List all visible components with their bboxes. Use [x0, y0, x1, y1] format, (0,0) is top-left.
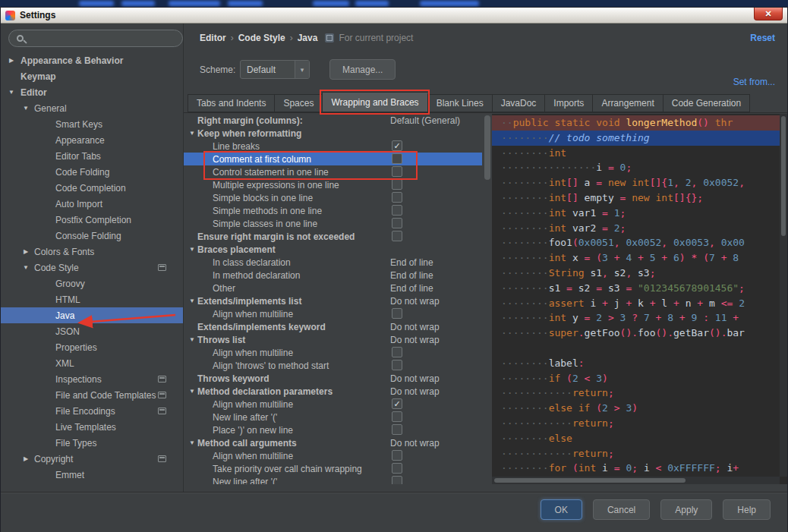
setting-in-method-declaration[interactable]: In method declarationEnd of line [184, 269, 482, 282]
chevron-down-icon[interactable]: ▼ [189, 388, 195, 395]
scrollbar-thumb[interactable] [484, 115, 490, 180]
tab-arrangement[interactable]: Arrangement [592, 94, 662, 112]
apply-button[interactable]: Apply [660, 499, 712, 520]
chevron-down-icon[interactable]: ▼ [189, 130, 195, 137]
sidebar-item-copyright[interactable]: ▶Copyright [1, 451, 183, 467]
checkbox[interactable] [392, 166, 402, 177]
setting-line-breaks[interactable]: Line breaks✓ [184, 140, 482, 153]
chevron-down-icon[interactable]: ▼ [189, 439, 195, 446]
editor-vscrollbar[interactable] [780, 114, 787, 477]
setting-method-declaration-parameters[interactable]: ▼Method declaration parametersDo not wra… [184, 385, 482, 398]
sidebar-item-json[interactable]: JSON [1, 323, 183, 339]
close-button[interactable]: ✕ [754, 8, 783, 20]
setting-value[interactable]: End of line [390, 257, 433, 268]
sidebar-item-emmet[interactable]: Emmet [1, 467, 183, 483]
scrollbar-thumb[interactable] [781, 116, 786, 236]
cancel-button[interactable]: Cancel [593, 499, 650, 520]
checkbox[interactable] [392, 450, 402, 461]
set-from-link[interactable]: Set from... [733, 77, 775, 87]
ok-button[interactable]: OK [541, 499, 582, 520]
tab-tabs-and-indents[interactable]: Tabs and Indents [188, 94, 274, 112]
editor-hscrollbar[interactable] [492, 477, 780, 484]
sidebar-item-file-and-code-templates[interactable]: File and Code Templates [1, 387, 183, 403]
settings-scrollbar[interactable] [483, 114, 492, 484]
setting-value[interactable]: Do not wrap [390, 373, 440, 384]
checkbox[interactable]: ✓ [392, 398, 402, 409]
sidebar-item-editor[interactable]: ▼Editor [1, 84, 183, 100]
checkbox[interactable] [392, 360, 402, 370]
sidebar-item-editor-tabs[interactable]: Editor Tabs [1, 148, 183, 164]
setting-value[interactable]: Do not wrap [390, 335, 440, 345]
sidebar-item-live-templates[interactable]: Live Templates [1, 419, 183, 435]
tab-code-generation[interactable]: Code Generation [663, 94, 750, 112]
checkbox[interactable] [392, 424, 402, 435]
tab-javadoc[interactable]: JavaDoc [492, 94, 545, 112]
setting-in-class-declaration[interactable]: In class declarationEnd of line [184, 256, 482, 269]
manage-button[interactable]: Manage... [329, 59, 396, 80]
setting-braces-placement[interactable]: ▼Braces placement [184, 243, 482, 256]
setting-value[interactable]: End of line [390, 270, 433, 281]
chevron-right-icon[interactable]: ▶ [21, 455, 30, 462]
setting-multiple-expressions-in-one-line[interactable]: Multiple expressions in one line [184, 178, 482, 191]
scheme-select[interactable]: Default ▾ [240, 60, 310, 79]
sidebar-item-general[interactable]: ▼General [1, 100, 183, 116]
sidebar-item-java[interactable]: Java [1, 307, 183, 323]
sidebar-item-postfix-completion[interactable]: Postfix Completion [1, 212, 183, 228]
chevron-down-icon[interactable]: ▼ [189, 336, 195, 343]
checkbox[interactable] [392, 476, 402, 484]
sidebar-item-auto-import[interactable]: Auto Import [1, 196, 183, 212]
checkbox[interactable] [392, 179, 402, 190]
setting-extends-implements-keyword[interactable]: Extends/implements keywordDo not wrap [184, 320, 482, 333]
checkbox[interactable] [392, 205, 402, 216]
setting-simple-blocks-in-one-line[interactable]: Simple blocks in one line [184, 191, 482, 204]
chevron-down-icon[interactable]: ▼ [21, 264, 30, 271]
sidebar-item-code-folding[interactable]: Code Folding [1, 164, 183, 180]
checkbox[interactable] [392, 231, 402, 241]
tab-imports[interactable]: Imports [544, 94, 592, 112]
setting-align-when-multiline[interactable]: Align when multiline✓ [184, 398, 482, 411]
setting-throws-list[interactable]: ▼Throws listDo not wrap [184, 333, 482, 346]
setting-method-call-arguments[interactable]: ▼Method call argumentsDo not wrap [184, 436, 482, 449]
checkbox[interactable] [392, 347, 402, 357]
setting-extends-implements-list[interactable]: ▼Extends/implements listDo not wrap [184, 294, 482, 307]
setting-take-priority-over-call-chain-wrapping[interactable]: Take priority over call chain wrapping [184, 462, 482, 475]
setting-value[interactable]: Default (General) [390, 115, 460, 126]
sidebar-item-properties[interactable]: Properties [1, 339, 183, 355]
setting-right-margin-columns[interactable]: Right margin (columns):Default (General) [184, 114, 482, 127]
sidebar-item-groovy[interactable]: Groovy [1, 275, 183, 291]
chevron-down-icon[interactable]: ▼ [189, 297, 195, 304]
checkbox[interactable] [392, 153, 402, 164]
breadcrumb-item-java[interactable]: Java [298, 33, 318, 43]
checkbox[interactable] [392, 308, 402, 319]
chevron-down-icon[interactable]: ▼ [7, 89, 16, 96]
sidebar-item-keymap[interactable]: Keymap [1, 68, 183, 84]
checkbox[interactable] [392, 192, 402, 203]
chevron-right-icon[interactable]: ▶ [21, 248, 30, 255]
breadcrumb-item-code-style[interactable]: Code Style [238, 33, 285, 43]
scrollbar-thumb[interactable] [494, 478, 686, 483]
sidebar-item-html[interactable]: HTML [1, 291, 183, 307]
setting-comment-at-first-column[interactable]: Comment at first column [184, 153, 482, 165]
setting-ensure-right-margin-is-not-exceeded[interactable]: Ensure right margin is not exceeded [184, 230, 482, 243]
setting-other[interactable]: OtherEnd of line [184, 282, 482, 294]
sidebar-item-file-types[interactable]: File Types [1, 435, 183, 451]
sidebar-item-appearance-behavior[interactable]: ▶Appearance & Behavior [1, 52, 183, 68]
breadcrumb-item-editor[interactable]: Editor [200, 33, 226, 43]
checkbox[interactable]: ✓ [392, 140, 402, 151]
setting-new-line-after[interactable]: New line after '(' [184, 411, 482, 423]
sidebar-item-colors-fonts[interactable]: ▶Colors & Fonts [1, 244, 183, 260]
checkbox[interactable] [392, 218, 402, 228]
reset-link[interactable]: Reset [750, 33, 775, 43]
setting-simple-classes-in-one-line[interactable]: Simple classes in one line [184, 217, 482, 230]
sidebar-item-smart-keys[interactable]: Smart Keys [1, 116, 183, 132]
setting-align-when-multiline[interactable]: Align when multiline [184, 346, 482, 359]
tab-blank-lines[interactable]: Blank Lines [427, 94, 492, 112]
sidebar-item-code-completion[interactable]: Code Completion [1, 180, 183, 196]
setting-value[interactable]: Do not wrap [390, 438, 440, 449]
sidebar-item-inspections[interactable]: Inspections [1, 371, 183, 387]
setting-align-throws-to-method-start[interactable]: Align 'throws' to method start [184, 359, 482, 372]
checkbox[interactable] [392, 411, 402, 422]
setting-throws-keyword[interactable]: Throws keywordDo not wrap [184, 372, 482, 385]
setting-value[interactable]: Do not wrap [390, 386, 440, 397]
setting-new-line-after[interactable]: New line after '(' [184, 475, 482, 484]
